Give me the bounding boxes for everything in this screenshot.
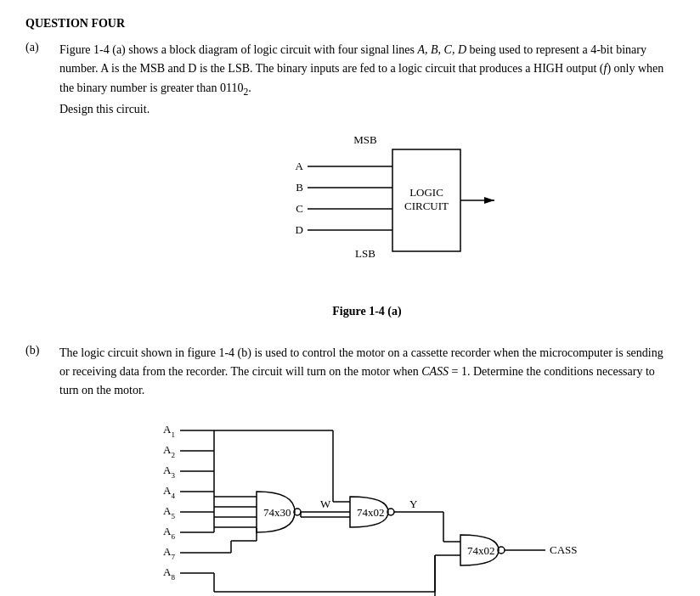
label-a5: A5 bbox=[163, 504, 175, 520]
figure-1-4-a-container: MSB LOGIC CIRCUIT A B C D bbox=[59, 128, 675, 318]
label-a3: A3 bbox=[163, 464, 175, 480]
label-a2: A2 bbox=[163, 443, 175, 459]
part-a-label: (a) bbox=[25, 41, 59, 327]
part-a-text: Figure 1-4 (a) shows a block diagram of … bbox=[59, 41, 675, 120]
figure-1-4-a-caption: Figure 1-4 (a) bbox=[332, 305, 401, 318]
label-d: D bbox=[296, 223, 303, 236]
question-title: QUESTION FOUR bbox=[25, 17, 675, 31]
gate3-label: 74x02 bbox=[467, 544, 495, 557]
gate2-label: 74x02 bbox=[357, 506, 385, 519]
part-a-content: Figure 1-4 (a) shows a block diagram of … bbox=[59, 41, 675, 327]
part-b-text: The logic circuit shown in figure 1-4 (b… bbox=[59, 344, 675, 401]
label-cass: CASS bbox=[550, 543, 578, 556]
part-a-signals: A, B, C, D bbox=[417, 43, 466, 56]
lsb-label: LSB bbox=[355, 247, 375, 260]
logic-circuit-label-1: LOGIC bbox=[409, 186, 443, 199]
part-b-label: (b) bbox=[25, 344, 59, 596]
label-a7: A7 bbox=[163, 545, 175, 561]
figure-1-4-a-svg: MSB LOGIC CIRCUIT A B C D bbox=[240, 128, 494, 298]
gate1-label: 74x30 bbox=[263, 506, 291, 519]
label-w: W bbox=[320, 498, 331, 510]
label-a: A bbox=[296, 160, 304, 172]
figure-1-4-b-svg: A1 A2 A3 A4 A5 A6 A7 A8 IN OUT bbox=[146, 409, 588, 596]
msb-label: MSB bbox=[353, 133, 377, 146]
figure-1-4-b-container: A1 A2 A3 A4 A5 A6 A7 A8 IN OUT bbox=[59, 409, 675, 596]
output-arrow bbox=[484, 197, 494, 204]
cass-label: CASS bbox=[421, 365, 449, 378]
part-a-text4: . bbox=[248, 82, 251, 94]
label-a4: A4 bbox=[163, 484, 175, 500]
logic-circuit-label-2: CIRCUIT bbox=[404, 200, 449, 212]
label-a1: A1 bbox=[163, 423, 175, 439]
label-b: B bbox=[296, 181, 303, 194]
label-a6: A6 bbox=[163, 525, 175, 541]
part-a-text5: Design this circuit. bbox=[59, 103, 150, 115]
part-b-content: The logic circuit shown in figure 1-4 (b… bbox=[59, 344, 675, 596]
label-a8: A8 bbox=[163, 565, 175, 582]
part-a-text1: Figure 1-4 (a) shows a block diagram of … bbox=[59, 43, 417, 56]
part-a: (a) Figure 1-4 (a) shows a block diagram… bbox=[25, 41, 675, 327]
part-b: (b) The logic circuit shown in figure 1-… bbox=[25, 344, 675, 596]
label-y: Y bbox=[409, 498, 418, 510]
label-c: C bbox=[296, 202, 303, 215]
